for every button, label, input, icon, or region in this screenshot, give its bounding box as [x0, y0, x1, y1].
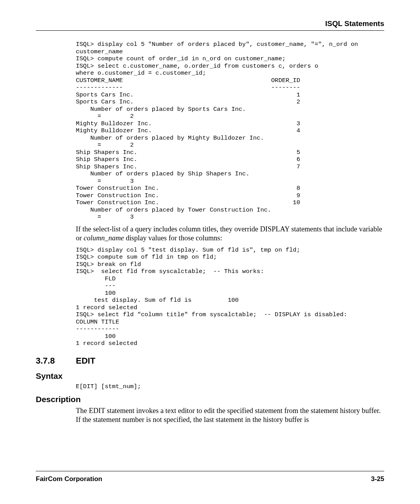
section-number: 3.7.8 [36, 356, 76, 366]
description-heading: Description [36, 395, 384, 404]
running-header: ISQL Statements [36, 19, 384, 28]
header-rule [36, 30, 384, 31]
para1-post: display values for those columns: [124, 234, 222, 242]
code-block-1: ISQL> display col 5 "Number of orders pl… [76, 41, 384, 221]
description-text: The EDIT statement invokes a text editor… [76, 406, 384, 424]
section-heading-row: 3.7.8 EDIT [36, 356, 384, 366]
footer-rule [36, 471, 384, 471]
syntax-code: E[DIT] [stmt_num]; [76, 383, 384, 390]
section-title: EDIT [76, 356, 95, 366]
page-footer: FairCom Corporation 3-25 [36, 471, 384, 483]
syntax-heading: Syntax [36, 371, 384, 381]
para1-italic: column_name [84, 234, 124, 242]
paragraph-override-note: If the select-list of a query includes c… [76, 225, 384, 243]
footer-page-number: 3-25 [371, 475, 384, 483]
code-block-2: ISQL> display col 5 "test display. Sum o… [76, 247, 384, 347]
footer-left: FairCom Corporation [36, 475, 102, 483]
